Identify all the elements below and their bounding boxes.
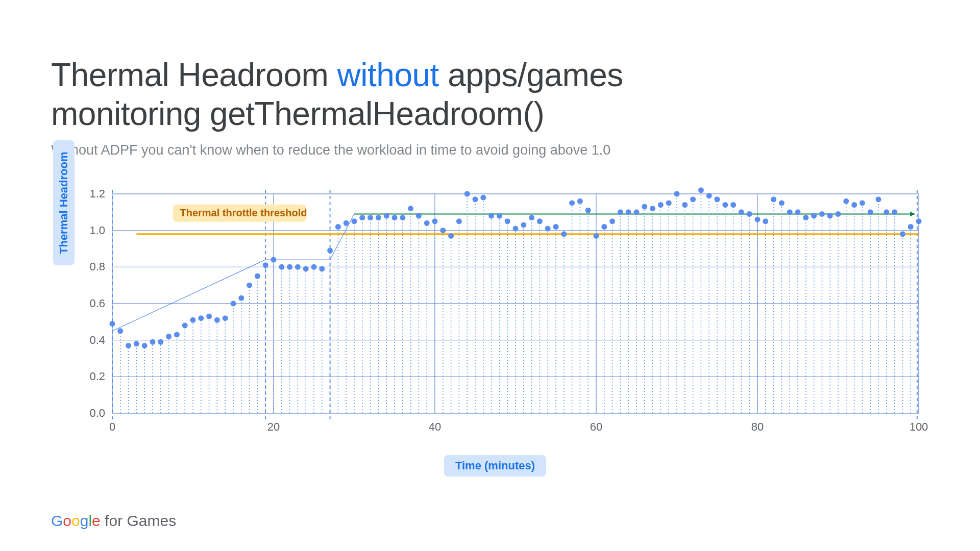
data-point <box>715 196 720 202</box>
data-point <box>238 295 244 301</box>
data-point <box>198 315 204 321</box>
data-point <box>263 262 268 268</box>
data-point <box>634 209 640 215</box>
data-point <box>827 213 833 219</box>
data-point <box>666 200 672 206</box>
data-point <box>110 321 115 327</box>
data-point <box>271 257 277 263</box>
data-point <box>577 198 583 204</box>
data-point <box>739 209 744 215</box>
data-point <box>730 202 736 208</box>
data-point <box>319 266 325 271</box>
data-point <box>488 213 494 219</box>
slide: Thermal Headroom without apps/games moni… <box>0 0 980 551</box>
data-point <box>674 191 680 197</box>
title-part1: Thermal Headroom <box>51 57 337 93</box>
y-tick-label: 0.0 <box>89 407 105 419</box>
data-point <box>327 248 333 254</box>
y-tick-label: 0.4 <box>89 334 105 346</box>
google-logo: Google <box>51 512 105 529</box>
data-point <box>642 204 647 210</box>
x-tick-label: 60 <box>590 420 602 433</box>
title-part2: apps/games <box>439 57 623 93</box>
data-point <box>255 273 260 279</box>
data-point <box>706 193 712 198</box>
data-point <box>795 209 801 215</box>
y-tick-label: 0.8 <box>89 260 105 273</box>
data-point <box>819 211 825 217</box>
data-point <box>892 209 897 215</box>
data-point <box>529 215 534 220</box>
data-point <box>779 200 785 206</box>
data-point <box>537 218 543 224</box>
data-point <box>569 200 575 206</box>
chart-svg: 0.00.20.40.60.81.01.2020406080100Thermal… <box>61 179 929 444</box>
data-point <box>311 264 317 270</box>
x-axis-label-wrap: Time (minutes) <box>61 455 929 477</box>
data-point <box>900 231 905 237</box>
data-point <box>134 341 139 346</box>
footer-brand: Google for Games <box>51 512 176 530</box>
guide-line <box>330 214 354 260</box>
slide-title: Thermal Headroom without apps/games moni… <box>51 56 929 133</box>
footer-suffix: for Games <box>105 512 176 529</box>
title-accent: without <box>337 57 439 93</box>
data-point <box>609 218 615 224</box>
data-point <box>117 328 123 334</box>
data-point <box>698 187 704 193</box>
data-point <box>287 264 292 270</box>
data-point <box>384 213 389 219</box>
y-axis-label-wrap: Thermal Headroom <box>53 141 75 266</box>
data-point <box>836 211 841 217</box>
data-point <box>279 264 284 270</box>
data-point <box>601 224 607 230</box>
data-point <box>682 202 688 208</box>
data-point <box>424 220 430 226</box>
data-point <box>190 317 196 323</box>
title-line2: monitoring getThermalHeadroom() <box>51 95 544 132</box>
x-tick-label: 20 <box>267 420 280 433</box>
data-point <box>868 209 873 215</box>
data-point <box>690 196 696 202</box>
data-point <box>473 196 478 202</box>
data-point <box>876 196 881 202</box>
data-point <box>231 301 236 307</box>
data-point <box>618 209 623 215</box>
data-point <box>359 215 365 220</box>
data-point <box>763 218 768 224</box>
data-point <box>400 215 405 220</box>
data-point <box>594 233 599 239</box>
data-point <box>166 334 172 339</box>
data-point <box>722 202 728 208</box>
data-point <box>456 218 462 224</box>
data-point <box>771 196 776 202</box>
data-point <box>860 200 865 206</box>
y-tick-label: 1.2 <box>89 187 105 200</box>
data-point <box>223 315 228 321</box>
guide-line <box>112 260 265 331</box>
data-point <box>513 226 519 232</box>
data-point <box>126 343 131 348</box>
y-tick-label: 0.2 <box>89 370 105 383</box>
data-point <box>553 224 559 230</box>
data-point <box>247 283 252 288</box>
data-point <box>545 226 551 232</box>
data-point <box>755 217 761 222</box>
data-point <box>303 266 309 271</box>
x-tick-label: 80 <box>751 420 764 433</box>
data-point <box>464 191 470 197</box>
data-point <box>158 339 163 345</box>
data-point <box>214 317 220 323</box>
data-point <box>376 215 381 220</box>
data-point <box>440 228 446 233</box>
data-point <box>908 224 914 230</box>
data-point <box>650 206 655 211</box>
data-point <box>448 233 454 239</box>
y-axis-label: Thermal Headroom <box>53 141 75 266</box>
data-point <box>392 215 398 220</box>
x-tick-label: 0 <box>109 420 115 433</box>
data-point <box>416 213 422 219</box>
data-point <box>344 220 349 226</box>
data-point <box>585 208 591 213</box>
data-point <box>916 218 922 224</box>
